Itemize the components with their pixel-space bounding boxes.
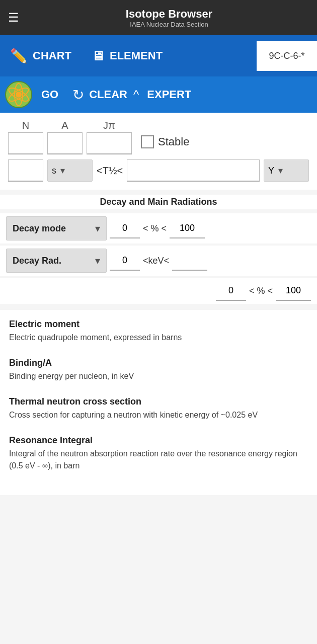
unit-select-text: s [52, 166, 56, 176]
go-button[interactable]: GO [32, 88, 67, 101]
filter-row-1: N A Jπ Stable [8, 120, 309, 154]
info-title-2: Thermal neutron cross section [9, 396, 308, 407]
chart-icon: ✏️ [10, 48, 28, 64]
svg-point-1 [16, 92, 22, 98]
y-unit-select[interactable]: Y ▾ [264, 159, 309, 182]
info-title-3: Resonance Integral [9, 435, 308, 446]
y-unit-text: Y [268, 166, 274, 176]
nav-bar: ✏️ CHART 🖥 ELEMENT 9C-C-6-* [0, 35, 317, 76]
n-input[interactable] [8, 132, 43, 154]
expert-button[interactable]: EXPERT [147, 88, 191, 101]
kev-between: <keV< [143, 256, 169, 266]
stable-label: Stable [158, 135, 189, 148]
a-label: A [61, 120, 68, 131]
decay-mode-dropdown[interactable]: Decay mode ▾ [6, 216, 107, 240]
kev-to[interactable] [172, 251, 207, 271]
info-item-0: Electric moment Electric quadrupole mome… [9, 319, 308, 344]
action-bar: GO ↻ CLEAR ^ EXPERT [0, 76, 317, 113]
info-title-0: Electric moment [9, 319, 308, 330]
decay-mode-from[interactable] [110, 218, 140, 238]
chevron-up-icon[interactable]: ^ [127, 88, 145, 102]
search-value: 9C-C-6-* [269, 51, 304, 61]
header-title-block: Isotope Browser IAEA Nuclear Data Sectio… [29, 8, 309, 28]
info-item-2: Thermal neutron cross section Cross sect… [9, 396, 308, 421]
decay-mode-to[interactable] [170, 218, 205, 238]
halflife-symbol: <T½< [97, 165, 123, 177]
halflife-from-input[interactable] [8, 159, 43, 182]
app-header: ☰ Isotope Browser IAEA Nuclear Data Sect… [0, 0, 317, 35]
range2-row: < % < [0, 278, 317, 304]
decay-rad-arrow: ▾ [95, 255, 100, 267]
info-item-3: Resonance Integral Integral of the neutr… [9, 435, 308, 472]
y-unit-arrow: ▾ [278, 165, 283, 176]
clear-button[interactable]: CLEAR [89, 88, 127, 101]
search-box[interactable]: 9C-C-6-* [257, 41, 317, 71]
info-section: Electric moment Electric quadrupole mome… [0, 310, 317, 495]
decay-rad-row: Decay Rad. ▾ <keV< [0, 246, 317, 276]
decay-rad-text: Decay Rad. [13, 256, 95, 266]
refresh-icon[interactable]: ↻ [67, 87, 89, 103]
n-label: N [22, 120, 29, 131]
element-label: ELEMENT [110, 49, 163, 62]
info-desc-0: Electric quadrupole moment, expressed in… [9, 332, 308, 344]
range2-between: < % < [249, 286, 273, 296]
unit-select[interactable]: s ▾ [47, 159, 93, 182]
stable-checkbox[interactable] [141, 135, 154, 148]
info-desc-2: Cross section for capturing a neutron wi… [9, 409, 308, 421]
decay-rad-dropdown[interactable]: Decay Rad. ▾ [6, 249, 107, 273]
decay-mode-row: Decay mode ▾ < % < [0, 213, 317, 244]
filter-section: N A Jπ Stable s ▾ <T½< Y ▾ [0, 113, 317, 190]
app-subtitle: IAEA Nuclear Data Section [130, 21, 208, 28]
element-icon: 🖥 [92, 48, 105, 64]
jpi-input[interactable] [87, 132, 132, 154]
halflife-row: s ▾ <T½< Y ▾ [8, 159, 309, 182]
decay-mode-between: < % < [143, 223, 167, 234]
menu-icon[interactable]: ☰ [8, 12, 19, 24]
decay-mode-text: Decay mode [13, 223, 95, 234]
atom-icon [5, 81, 32, 108]
decay-mode-arrow: ▾ [95, 222, 100, 234]
info-title-1: Binding/A [9, 358, 308, 368]
kev-from[interactable] [110, 251, 140, 271]
app-title: Isotope Browser [126, 8, 212, 21]
unit-select-arrow: ▾ [60, 165, 65, 176]
info-desc-1: Binding energy per nucleon, in keV [9, 370, 308, 382]
decay-radiations-label: Decay and Main Radiations [0, 195, 317, 209]
halflife-to-input[interactable] [127, 159, 260, 182]
chart-label: CHART [33, 49, 71, 62]
info-desc-3: Integral of the neutron absorption react… [9, 448, 308, 472]
range2-from[interactable] [216, 281, 246, 301]
nav-element-button[interactable]: 🖥 ELEMENT [82, 35, 173, 76]
range2-to[interactable] [276, 281, 311, 301]
jpi-label: Jπ [103, 120, 115, 131]
a-input[interactable] [47, 132, 83, 154]
nav-chart-button[interactable]: ✏️ CHART [0, 35, 82, 76]
info-item-1: Binding/A Binding energy per nucleon, in… [9, 358, 308, 382]
